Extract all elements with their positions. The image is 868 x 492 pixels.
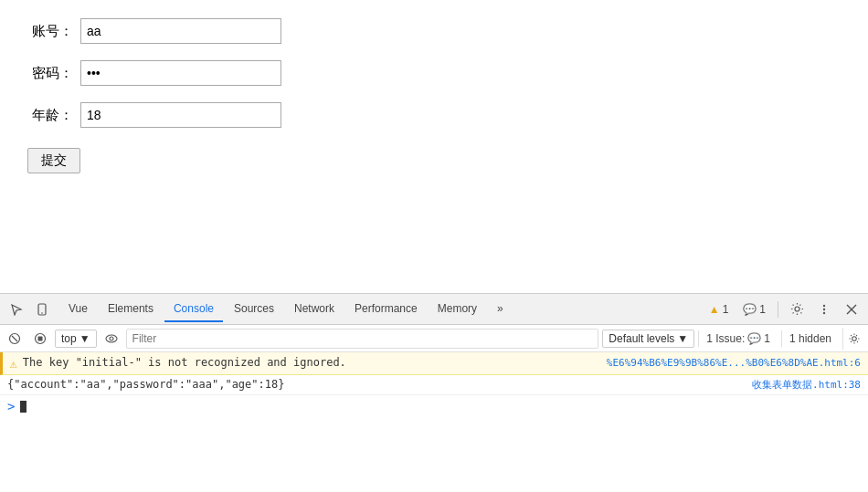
default-levels-label: Default levels [609, 332, 674, 345]
tab-memory[interactable]: Memory [429, 297, 486, 322]
page-content: 账号： 密码： 年龄： 提交 [0, 0, 868, 293]
settings-gear-icon[interactable] [784, 297, 810, 322]
issue-label: 1 Issue: [706, 332, 745, 345]
top-label: top [61, 332, 77, 345]
warning-icon: ⚠ [10, 357, 17, 371]
hidden-label: 1 hidden [789, 332, 831, 345]
issue-count: 1 [764, 332, 770, 345]
default-levels-dropdown-icon: ▼ [677, 332, 688, 345]
issue-button[interactable]: 1 Issue: 💬 1 [698, 330, 778, 347]
log-link[interactable]: 收集表单数据.html:38 [752, 378, 861, 392]
log-message-text: {"account":"aa","password":"aaa","age":1… [7, 378, 284, 391]
more-options-icon[interactable] [811, 297, 837, 322]
tab-sources[interactable]: Sources [225, 297, 283, 322]
account-input[interactable] [80, 18, 281, 44]
svg-point-14 [852, 336, 856, 340]
chat-badge-btn[interactable]: 💬 1 [736, 300, 772, 319]
console-settings-icon[interactable] [842, 328, 864, 350]
svg-point-2 [795, 307, 799, 311]
svg-point-3 [823, 304, 825, 306]
age-label: 年龄： [27, 107, 73, 124]
chat-icon: 💬 [743, 303, 757, 316]
account-label: 账号： [27, 23, 73, 40]
warning-triangle-icon: ▲ [709, 303, 720, 316]
tab-vue[interactable]: Vue [59, 297, 97, 322]
devtools-icons-right: ▲ 1 💬 1 [703, 297, 864, 322]
console-output: ⚠ The key "initial-" is not recognized a… [0, 352, 868, 492]
svg-rect-11 [38, 336, 43, 340]
svg-point-12 [106, 335, 117, 342]
console-log-row: {"account":"aa","password":"aaa","age":1… [0, 375, 868, 395]
svg-point-13 [110, 337, 113, 340]
svg-point-1 [41, 312, 43, 314]
console-clear-icon[interactable] [4, 328, 26, 350]
svg-point-5 [823, 311, 825, 313]
console-filter-bar: top ▼ Default levels ▼ 1 Issue: 💬 1 1 hi… [0, 325, 868, 352]
hidden-button[interactable]: 1 hidden [781, 330, 839, 347]
submit-row: 提交 [27, 144, 841, 173]
prompt-chevron-icon: > [7, 399, 15, 413]
password-row: 密码： [27, 60, 841, 86]
cursor-icon[interactable] [4, 297, 29, 322]
warning-count: 1 [723, 303, 729, 316]
devtools-icons-left [4, 297, 55, 322]
svg-line-9 [12, 336, 17, 341]
age-input[interactable] [80, 102, 281, 128]
devtools-panel: Vue Elements Console Sources Network Per… [0, 293, 868, 492]
top-dropdown-icon: ▼ [79, 332, 90, 345]
console-warning-row: ⚠ The key "initial-" is not recognized a… [0, 352, 868, 375]
console-stop-icon[interactable] [29, 328, 51, 350]
tab-elements[interactable]: Elements [99, 297, 163, 322]
tab-more[interactable]: » [488, 297, 513, 322]
age-row: 年龄： [27, 102, 841, 128]
filter-input[interactable] [126, 329, 599, 349]
tab-network[interactable]: Network [285, 297, 344, 322]
tab-console[interactable]: Console [164, 297, 223, 322]
password-label: 密码： [27, 65, 73, 82]
mobile-icon[interactable] [29, 297, 55, 322]
eye-icon[interactable] [101, 328, 122, 350]
password-input[interactable] [80, 60, 281, 86]
devtools-toolbar: Vue Elements Console Sources Network Per… [0, 294, 868, 325]
issue-chat-icon: 💬 [747, 332, 761, 345]
top-context-selector[interactable]: top ▼ [55, 330, 97, 348]
warning-badge-btn[interactable]: ▲ 1 [703, 300, 736, 319]
default-levels-selector[interactable]: Default levels ▼ [602, 330, 694, 348]
account-row: 账号： [27, 18, 841, 44]
tab-performance[interactable]: Performance [345, 297, 427, 322]
chat-count: 1 [759, 303, 766, 316]
submit-button[interactable]: 提交 [27, 148, 80, 173]
warning-link[interactable]: %E6%94%B6%E9%9B%86%E...%B0%E6%8D%AE.html… [607, 357, 861, 369]
svg-point-4 [823, 308, 825, 309]
toolbar-divider [778, 301, 778, 318]
close-icon[interactable] [839, 297, 864, 322]
warning-message-text: The key "initial-" is not recognized and… [23, 356, 601, 369]
console-cursor [20, 401, 26, 413]
console-prompt-row: > [0, 395, 868, 417]
